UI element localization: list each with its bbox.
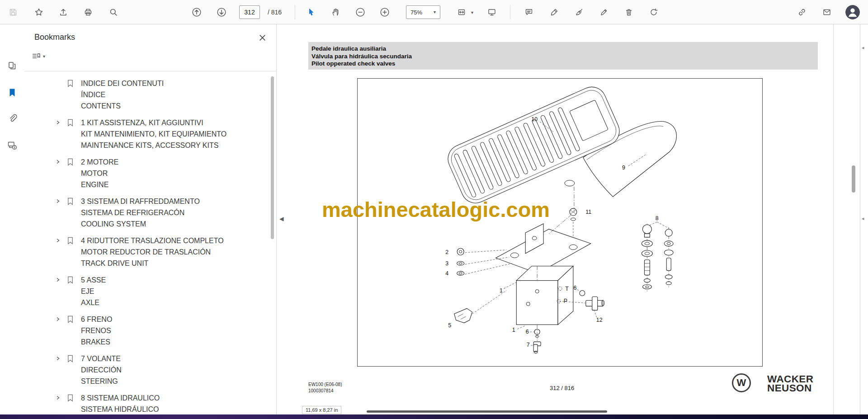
fit-width-button[interactable] — [454, 5, 469, 20]
footer-page-indicator: 312 / 816 — [550, 385, 574, 391]
comment-tool-button[interactable] — [521, 5, 537, 20]
rotate-button[interactable] — [646, 5, 661, 20]
sign-tool-button[interactable] — [571, 5, 587, 20]
page-total-label: / 816 — [268, 9, 282, 16]
diagram-part-screws-234 — [457, 248, 512, 275]
brand-line-2: NEUSON — [767, 384, 813, 393]
zoom-out-button[interactable] — [353, 5, 368, 20]
chevron-right-icon[interactable] — [55, 238, 61, 243]
left-navigation-rail — [0, 24, 24, 419]
close-panel-button[interactable] — [256, 32, 268, 43]
zoom-in-button[interactable] — [377, 5, 392, 20]
chevron-down-icon: ▾ — [434, 10, 436, 14]
bookmark-label: 7 VOLANTE — [81, 353, 265, 364]
bookmark-options-button[interactable]: ▾ — [32, 52, 45, 61]
diagram-part-cartridges-8 — [642, 222, 673, 292]
part-label: 8 — [656, 215, 659, 221]
vertical-scrollbar[interactable] — [852, 165, 855, 193]
header-line-it: Pedale idraulica ausiliaria — [311, 45, 818, 53]
bookmark-label: SISTEMA HIDRÁULICO — [81, 404, 265, 415]
email-button[interactable] — [819, 5, 835, 20]
user-avatar[interactable] — [845, 5, 860, 19]
expand-tools-arrow-icon[interactable]: ◂ — [862, 216, 864, 221]
brand-wordmark: WACKER NEUSON — [767, 375, 813, 393]
get-link-button[interactable] — [794, 5, 810, 20]
search-button[interactable] — [106, 5, 121, 20]
share-upload-button[interactable] — [56, 5, 71, 20]
select-tool-button[interactable] — [303, 5, 319, 20]
part-label: 5 — [448, 322, 451, 329]
bookmark-tree: INDICE DEI CONTENUTI ÍNDICE CONTENTS 1 K… — [24, 76, 269, 419]
bookmark-item-cooling-system[interactable]: 3 SISTEMA DI RAFFREDDAMENTO SISTEMA DE R… — [24, 194, 269, 231]
page-section-header: Pedale idraulica ausiliaria Válvula para… — [308, 42, 818, 70]
bookmark-label: FRENOS — [81, 325, 265, 336]
part-label: 2 — [445, 249, 448, 255]
chevron-down-icon[interactable]: ▾ — [471, 10, 473, 15]
chevron-right-icon[interactable] — [55, 159, 61, 165]
bookmark-label: EJE — [81, 286, 265, 297]
collapse-panel-handle[interactable]: ◂ — [279, 214, 284, 223]
bookmark-label: MOTOR — [81, 168, 265, 179]
bookmark-label: SISTEMA DE REFRIGERACÓN — [81, 207, 265, 218]
chevron-right-icon[interactable] — [55, 198, 61, 204]
bookmark-label: ÍNDICE — [81, 89, 265, 100]
delete-button[interactable] — [621, 5, 637, 20]
chevron-right-icon[interactable] — [55, 356, 61, 361]
highlight-tool-button[interactable] — [547, 5, 562, 20]
output-device-info-button[interactable] — [5, 137, 20, 153]
page-number-input[interactable] — [239, 5, 260, 19]
expand-tools-arrow-icon[interactable]: ◂ — [862, 45, 864, 50]
horizontal-scrollbar[interactable] — [367, 410, 607, 413]
toolbar-divider — [295, 5, 295, 19]
bookmark-label: BRAKES — [81, 336, 265, 348]
chevron-right-icon[interactable] — [55, 120, 61, 125]
bookmark-item-track-drive[interactable]: 4 RIDUTTORE TRASLAZIONE COMPLETO MOTOR R… — [24, 233, 269, 270]
bookmark-label: COOLING SYSTEM — [81, 218, 265, 230]
bookmark-label: KIT MANTENIMIENTO, KIT EQUIPAMIENTO — [81, 128, 265, 140]
bookmark-label: TRACK DRIVE UNIT — [81, 258, 265, 269]
bookmark-label: 8 SISTEMA IDRAULICO — [81, 392, 265, 404]
chevron-right-icon[interactable] — [55, 277, 61, 282]
diagram-part-fittings-6-7 — [533, 325, 541, 353]
bookmark-label: ENGINE — [81, 179, 265, 190]
part-label: 1 — [512, 327, 515, 333]
next-page-button[interactable] — [214, 5, 229, 20]
bookmark-icon — [67, 276, 74, 284]
watermark-text: machinecatalogic.com — [322, 197, 550, 222]
bookmark-label: 4 RIDUTTORE TRASLAZIONE COMPLETO — [81, 235, 265, 246]
chevron-right-icon[interactable] — [55, 316, 61, 322]
zoom-level-dropdown[interactable]: 75% ▾ — [406, 5, 440, 19]
part-label: 11 — [585, 209, 591, 215]
previous-page-button[interactable] — [189, 5, 204, 20]
page-size-indicator: 11,69 x 8,27 in — [302, 406, 341, 414]
part-label: 3 — [445, 260, 448, 267]
edit-pdf-button[interactable] — [596, 5, 612, 20]
bookmark-item-steering[interactable]: 7 VOLANTE DIRECCIÓN STEERING — [24, 351, 269, 388]
diagram-part-valve-block — [516, 266, 573, 325]
diagram-part-pedal — [443, 82, 624, 207]
bookmark-icon — [67, 315, 74, 323]
tools-pane-border — [860, 24, 860, 414]
attachments-button[interactable] — [5, 110, 20, 126]
pdf-viewer-window: / 816 75% ▾ ▾ — [0, 0, 868, 419]
bookmark-item-engine[interactable]: 2 MOTORE MOTOR ENGINE — [24, 155, 269, 191]
bookmark-icon — [67, 394, 74, 402]
zoom-level-value: 75% — [410, 9, 422, 16]
bookmark-icon — [67, 119, 74, 127]
bookmarks-scrollbar[interactable] — [271, 76, 274, 239]
bookmarks-panel-button[interactable] — [5, 85, 20, 100]
bookmark-item-axle[interactable]: 5 ASSE EJE AXLE — [24, 273, 269, 309]
page-thumbnails-button[interactable] — [5, 58, 20, 74]
display-settings-button[interactable] — [484, 5, 500, 20]
hand-tool-button[interactable] — [328, 5, 343, 20]
bookmark-item-brakes[interactable]: 6 FRENO FRENOS BRAKES — [24, 312, 269, 348]
port-label: T — [565, 286, 569, 292]
chevron-right-icon[interactable] — [55, 395, 61, 400]
save-button[interactable] — [5, 5, 21, 20]
bookmark-item-maintenance-kits[interactable]: 1 KIT ASSISTENZA, KIT AGGIUNTIVI KIT MAN… — [24, 115, 269, 152]
part-label: 1 — [500, 287, 503, 294]
print-button[interactable] — [80, 5, 96, 20]
bookmark-item-contents[interactable]: INDICE DEI CONTENUTI ÍNDICE CONTENTS — [24, 76, 269, 113]
footer-model-number: EW100 (E06-08) — [308, 382, 342, 387]
star-favorite-button[interactable] — [31, 5, 47, 20]
